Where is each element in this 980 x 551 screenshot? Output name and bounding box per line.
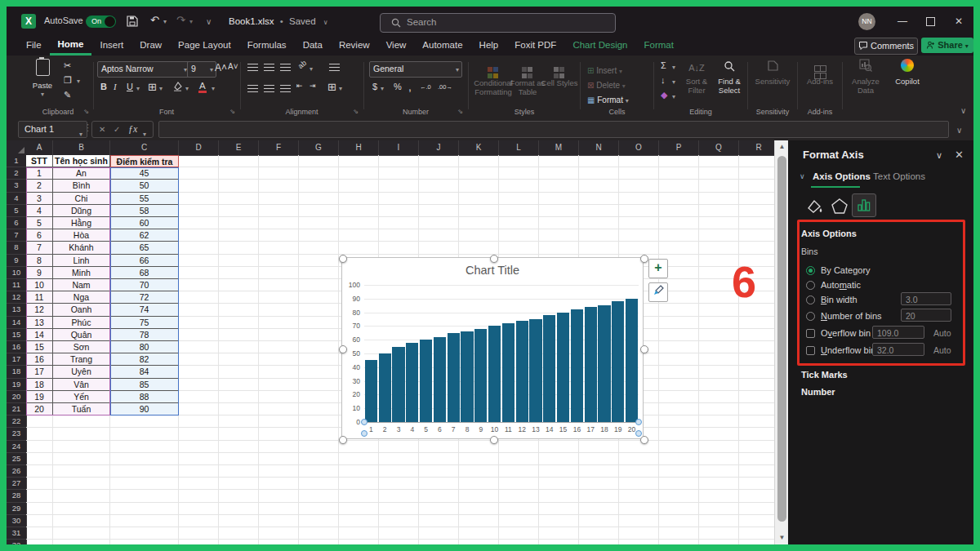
tab-view[interactable]: View <box>378 36 415 56</box>
fill-color-chevron-icon[interactable]: ▾ <box>185 85 189 92</box>
row-header-10[interactable]: 10 <box>7 267 27 279</box>
fill-line-icon[interactable] <box>804 198 824 216</box>
autosave-toggle[interactable]: On <box>86 16 116 28</box>
chart-selection-handle[interactable] <box>339 255 347 263</box>
table-cell[interactable]: Linh <box>53 255 110 267</box>
table-cell[interactable]: 7 <box>26 242 53 254</box>
checkbox-option-underflow-bin[interactable]: Underflow bin32.0Auto <box>801 344 965 358</box>
align-bottom-icon[interactable] <box>280 64 291 71</box>
chart-elements-button[interactable]: + <box>648 259 668 278</box>
save-icon[interactable] <box>126 15 139 28</box>
search-input[interactable]: Search <box>380 13 616 33</box>
row-header-13[interactable]: 13 <box>7 304 27 316</box>
table-header-cell[interactable]: Tên học sinh <box>53 155 110 167</box>
chart-selection-handle[interactable] <box>339 436 347 444</box>
row-header-2[interactable]: 2 <box>7 167 27 180</box>
font-color-chevron-icon[interactable]: ▾ <box>212 85 215 92</box>
table-cell[interactable]: Tuấn <box>53 403 110 415</box>
paste-button[interactable]: Paste ▾ <box>24 59 60 99</box>
table-cell[interactable]: 55 <box>110 193 179 205</box>
chart-bar[interactable] <box>502 323 514 422</box>
cut-button[interactable]: ✂ <box>64 60 71 71</box>
increase-indent-button[interactable]: ⇥ <box>310 82 316 90</box>
table-cell[interactable]: 3 <box>26 193 53 205</box>
underline-button[interactable]: U <box>127 82 133 91</box>
bold-button[interactable]: B <box>100 82 107 91</box>
table-cell[interactable]: An <box>53 167 110 180</box>
formula-bar-collapse-icon[interactable]: ∨ <box>956 126 962 135</box>
autosum-button[interactable]: Σ <box>661 60 666 70</box>
table-cell[interactable]: Trang <box>53 353 110 366</box>
column-header-Q[interactable]: Q <box>699 140 739 156</box>
table-cell[interactable]: 13 <box>26 317 53 329</box>
insert-function-icon[interactable]: ƒx <box>128 122 137 137</box>
option-value-input[interactable]: 109.0 <box>872 326 924 339</box>
row-header-21[interactable]: 21 <box>7 403 27 415</box>
table-header-cell[interactable]: Điểm kiểm tra <box>110 155 179 167</box>
name-box[interactable]: Chart 1 ▾ <box>18 121 87 138</box>
chart-bar[interactable] <box>516 321 528 422</box>
radio-option-number-of-bins[interactable]: Number of bins20 <box>801 310 965 324</box>
align-left-icon[interactable] <box>247 85 258 92</box>
chart-bar[interactable] <box>585 307 597 422</box>
column-header-O[interactable]: O <box>619 140 659 156</box>
column-header-F[interactable]: F <box>259 140 299 156</box>
table-cell[interactable]: Dũng <box>53 205 110 217</box>
row-header-22[interactable]: 22 <box>7 415 27 428</box>
radio-button[interactable] <box>806 295 815 304</box>
table-cell[interactable]: Quân <box>53 329 110 341</box>
align-center-icon[interactable] <box>264 85 274 92</box>
chart-selection-handle[interactable] <box>640 436 648 444</box>
table-cell[interactable]: 88 <box>110 391 179 403</box>
chart-bar[interactable] <box>488 326 501 422</box>
table-cell[interactable]: Yến <box>53 391 110 403</box>
tab-help[interactable]: Help <box>471 36 507 56</box>
chart-bar[interactable] <box>598 305 610 422</box>
row-header-5[interactable]: 5 <box>7 205 27 217</box>
table-cell[interactable]: 15 <box>26 341 53 353</box>
collapse-ribbon-chevron-icon[interactable]: ∨ <box>960 106 966 115</box>
quick-access-chevron-icon[interactable]: ∨ <box>206 17 212 26</box>
radio-option-automatic[interactable]: Automatic <box>801 279 965 293</box>
radio-option-bin-width[interactable]: Bin width3.0 <box>801 294 965 308</box>
row-header-25[interactable]: 25 <box>7 453 27 465</box>
chart-bar[interactable] <box>557 313 569 422</box>
shrink-font-button[interactable]: A˅ <box>228 62 238 71</box>
table-cell[interactable]: Vân <box>53 379 110 391</box>
font-dialog-launcher[interactable]: ⇘ <box>229 108 235 115</box>
table-cell[interactable]: 82 <box>110 353 179 366</box>
chart-object[interactable]: Chart Title 0102030405060708090100123456… <box>341 257 644 439</box>
table-cell[interactable]: Nam <box>53 279 110 291</box>
fill-button[interactable]: ↓ <box>661 75 666 85</box>
column-header-H[interactable]: H <box>339 140 379 156</box>
vertical-scrollbar[interactable]: ▲ ▼ <box>774 140 789 544</box>
cancel-entry-icon[interactable]: ✕ <box>99 122 105 137</box>
table-cell[interactable]: 70 <box>110 279 179 291</box>
row-header-18[interactable]: 18 <box>7 366 27 378</box>
table-cell[interactable]: 14 <box>26 329 53 341</box>
chart-bar[interactable] <box>474 329 487 422</box>
font-color-button[interactable]: A <box>198 81 207 91</box>
increase-decimal-button[interactable]: ←.0 <box>420 83 431 91</box>
tab-review[interactable]: Review <box>331 36 378 56</box>
copy-button[interactable]: ❐ <box>64 75 72 86</box>
chart-bar[interactable] <box>365 360 377 422</box>
chart-selection-handle[interactable] <box>490 436 498 444</box>
chart-bar[interactable] <box>529 319 541 422</box>
decrease-indent-button[interactable]: ⇤ <box>296 82 303 90</box>
checkbox[interactable] <box>806 346 815 355</box>
row-header-23[interactable]: 23 <box>7 428 27 440</box>
table-cell[interactable]: 50 <box>110 180 179 192</box>
number-dialog-launcher[interactable]: ⇘ <box>457 108 463 115</box>
tab-home[interactable]: Home <box>50 36 92 56</box>
table-cell[interactable]: 20 <box>26 403 53 415</box>
restore-button[interactable] <box>918 7 942 36</box>
table-cell[interactable]: Sơn <box>53 341 110 353</box>
column-header-J[interactable]: J <box>419 140 459 156</box>
wrap-text-icon[interactable] <box>329 64 340 71</box>
table-cell[interactable]: 72 <box>110 291 179 304</box>
checkbox-option-overflow-bin[interactable]: Overflow bin109.0Auto <box>801 327 965 341</box>
chart-bar[interactable] <box>612 301 624 422</box>
undo-chevron-icon[interactable]: ▾ <box>163 18 167 25</box>
table-cell[interactable]: Phúc <box>53 317 110 329</box>
